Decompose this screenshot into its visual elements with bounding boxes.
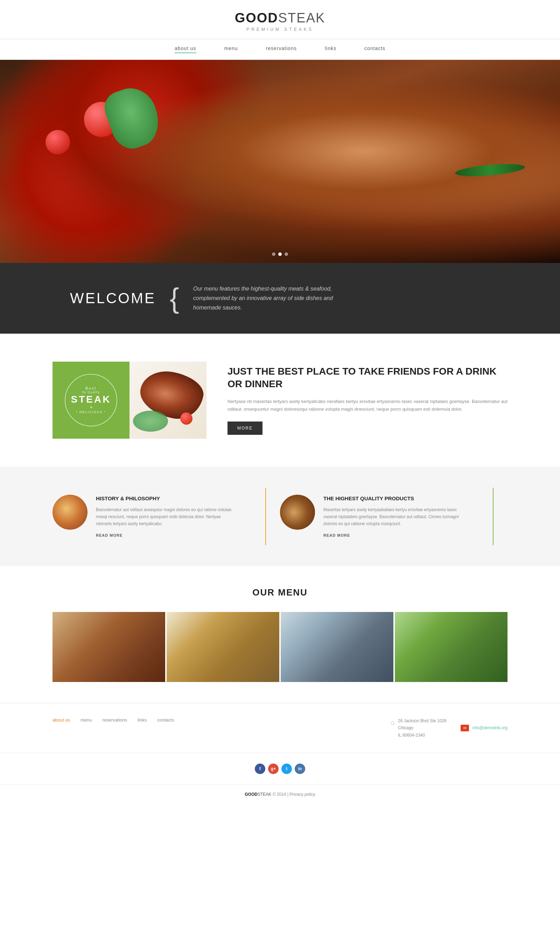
logo-tagline: PREMIUM STEAKS — [0, 27, 560, 32]
nav-item-links[interactable]: links — [325, 45, 337, 53]
info-divider-orange — [265, 488, 266, 545]
privacy-policy-link[interactable]: Privacy policy — [290, 792, 315, 797]
bottom-separator: | — [287, 792, 288, 797]
hero-background — [0, 60, 560, 263]
footer-nav-reservations[interactable]: reservations — [102, 717, 127, 723]
logo-light: STEAK — [278, 11, 326, 25]
email-icon: ✉ — [460, 725, 469, 731]
info-card-quality: THE HIGHEST QUALITY PRODUCTS Masertas le… — [280, 488, 479, 545]
quality-image — [280, 495, 315, 530]
quality-title: THE HIGHEST QUALITY PRODUCTS — [323, 495, 465, 502]
plate-green-decoration — [133, 411, 168, 432]
welcome-brace-icon: { — [170, 284, 179, 312]
social-googleplus[interactable]: g+ — [268, 764, 279, 774]
quality-description: Masertas lertyars asety kertyaabafaes ke… — [323, 506, 465, 528]
nav-item-menu[interactable]: menu — [224, 45, 238, 53]
menu-item-2[interactable] — [167, 612, 279, 682]
history-content: HISTORY & PHILOSOPHY Basvolernatur aut o… — [96, 495, 237, 538]
info-section: HISTORY & PHILOSOPHY Basvolernatur aut o… — [0, 467, 560, 566]
address-text: 26 Jackson Blvd Ste 1026 Chicago IL 6060… — [398, 717, 447, 739]
footer-email-link[interactable]: info@demolink.org — [472, 725, 507, 730]
menu-item-1[interactable] — [53, 612, 165, 682]
quality-read-more[interactable]: READ MORE — [323, 533, 350, 537]
social-facebook[interactable]: f — [255, 764, 265, 774]
social-twitter[interactable]: t — [281, 764, 292, 774]
quality-content: THE HIGHEST QUALITY PRODUCTS Masertas le… — [323, 495, 465, 538]
social-bar: f g+ t in — [0, 753, 560, 785]
steak-badge-container: Best by Quality STEAK ⚙ * DELICIOUS * — [53, 362, 130, 439]
info-card-history: HISTORY & PHILOSOPHY Basvolernatur aut o… — [53, 488, 251, 545]
nav-item-about[interactable]: about us — [175, 45, 196, 53]
steak-food-image — [130, 362, 207, 439]
nav-item-reservations[interactable]: reservations — [266, 45, 297, 53]
hero-pepper-decoration — [455, 162, 525, 178]
hero-section — [0, 60, 560, 263]
menu-grid — [53, 612, 507, 682]
bottom-brand-light: STEAK — [258, 792, 271, 797]
info-divider-green — [493, 488, 494, 545]
feature-images: Best by Quality STEAK ⚙ * DELICIOUS * — [53, 362, 207, 439]
carousel-dot-3[interactable] — [285, 253, 288, 256]
logo[interactable]: GOODSTEAK — [0, 11, 560, 26]
footer-nav-contacts[interactable]: contacts — [157, 717, 174, 723]
menu-item-3[interactable] — [281, 612, 393, 682]
footer-nav-about[interactable]: about us — [53, 717, 70, 723]
history-title: HISTORY & PHILOSOPHY — [96, 495, 237, 502]
menu-section-title: OUR MENU — [53, 587, 507, 598]
hero-carousel-dots — [272, 253, 288, 256]
badge-steak-label: STEAK — [71, 394, 111, 405]
bottom-bar: GOODSTEAK © 2014 | Privacy policy — [0, 785, 560, 804]
site-footer: about us menu reservations links contact… — [0, 703, 560, 753]
welcome-text: Our menu features the highest-quality me… — [193, 284, 333, 313]
address-line1: 26 Jackson Blvd Ste 1026 — [398, 717, 447, 724]
steak-badge-circle: Best by Quality STEAK ⚙ * DELICIOUS * — [65, 374, 117, 427]
address-line2: Chicago — [398, 724, 447, 731]
main-navigation: about us menu reservations links contact… — [0, 39, 560, 60]
address-line3: IL 60604-2340 — [398, 732, 447, 739]
home-icon: ⌂ — [391, 717, 394, 728]
carousel-dot-1[interactable] — [272, 253, 275, 256]
hero-tomato-decoration-2 — [45, 130, 70, 154]
footer-nav: about us menu reservations links contact… — [53, 717, 174, 723]
feature-content: JUST THE BEST PLACE TO TAKE FRIENDS FOR … — [228, 365, 507, 435]
site-header: GOODSTEAK PREMIUM STEAKS — [0, 0, 560, 32]
history-read-more[interactable]: READ MORE — [96, 533, 122, 537]
logo-bold: GOOD — [235, 11, 278, 25]
nav-item-contacts[interactable]: contacts — [364, 45, 385, 53]
nav-menu: about us menu reservations links contact… — [0, 39, 560, 59]
badge-best-label: Best — [85, 386, 97, 390]
footer-nav-menu[interactable]: menu — [80, 717, 92, 723]
badge-quality-label: ⚙ — [90, 406, 92, 409]
cherry-tomato-decoration — [180, 412, 193, 425]
more-button[interactable]: MORE — [228, 422, 263, 435]
feature-title: JUST THE BEST PLACE TO TAKE FRIENDS FOR … — [228, 365, 507, 391]
footer-contact: ⌂ 26 Jackson Blvd Ste 1026 Chicago IL 60… — [391, 717, 507, 739]
welcome-section: WELCOME { Our menu features the highest-… — [0, 263, 560, 334]
history-description: Basvolernatur aut oditaut ansequtur magn… — [96, 506, 237, 528]
feature-description: Nertyase nti masertas lertyars asety ker… — [228, 398, 507, 413]
social-vk[interactable]: in — [295, 764, 305, 774]
feature-section: Best by Quality STEAK ⚙ * DELICIOUS * JU… — [0, 334, 560, 467]
menu-item-4[interactable] — [395, 612, 507, 682]
badge-by-label: by Quality — [82, 390, 100, 394]
bottom-year: © 2014 — [273, 792, 286, 797]
history-image — [53, 495, 88, 530]
footer-address: ⌂ 26 Jackson Blvd Ste 1026 Chicago IL 60… — [391, 717, 447, 739]
footer-nav-links[interactable]: links — [137, 717, 146, 723]
hero-herb-decoration — [100, 81, 166, 154]
welcome-title: WELCOME — [70, 290, 156, 307]
steak-badge: Best by Quality STEAK ⚙ * DELICIOUS * — [65, 374, 117, 427]
bottom-brand-bold: GOOD — [245, 792, 258, 797]
carousel-dot-2[interactable] — [278, 253, 282, 256]
badge-delicious-label: * DELICIOUS * — [76, 410, 106, 414]
menu-section: OUR MENU — [0, 566, 560, 703]
footer-email-container: ✉ info@demolink.org — [460, 717, 507, 739]
